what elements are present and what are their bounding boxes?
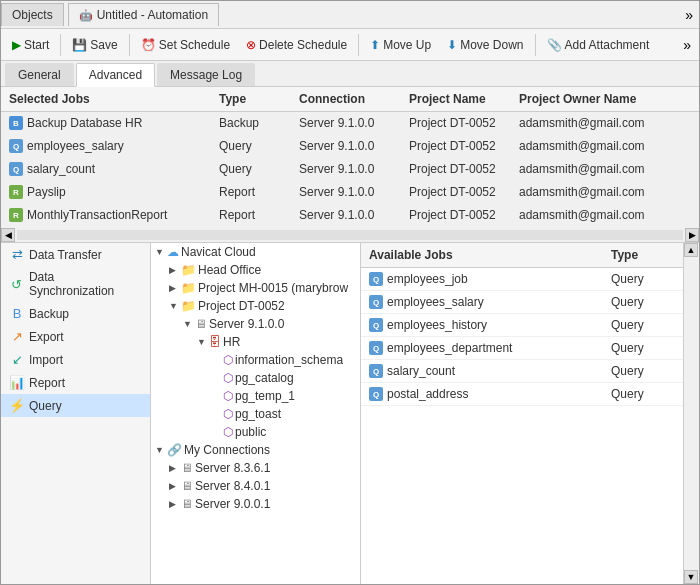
expand-icon: ▶ <box>169 499 179 509</box>
scroll-up-btn[interactable]: ▲ <box>684 243 698 257</box>
tree-item-information_sch[interactable]: ⬡ information_schema <box>151 351 360 369</box>
tree-item-pg_toast[interactable]: ⬡ pg_toast <box>151 405 360 423</box>
scroll-right-btn[interactable]: ▶ <box>685 228 699 242</box>
jobs-row-employees_job[interactable]: Q employees_job Query <box>361 268 683 291</box>
tree-item-navicat-cloud[interactable]: ▼ ☁ Navicat Cloud <box>151 243 360 261</box>
set-schedule-button[interactable]: ⏰ Set Schedule <box>134 34 237 56</box>
left-item-label: Query <box>29 399 62 413</box>
jobs-th-type: Type <box>603 246 683 264</box>
td-owner: adamsmith@gmail.com <box>511 206 699 224</box>
left-item-query[interactable]: ⚡ Query <box>1 394 150 417</box>
sep4 <box>535 34 536 56</box>
tree-item-hr[interactable]: ▼ 🗄 HR <box>151 333 360 351</box>
tree-item-server-9.1.0.0[interactable]: ▼ 🖥 Server 9.1.0.0 <box>151 315 360 333</box>
tree-item-pg_temp_1[interactable]: ⬡ pg_temp_1 <box>151 387 360 405</box>
schema-icon: ⬡ <box>223 371 233 385</box>
tree-item-project-mh-0015[interactable]: ▶ 📁 Project MH-0015 (marybrow <box>151 279 360 297</box>
tree-item-label: Project MH-0015 (marybrow <box>198 281 348 295</box>
scroll-track[interactable] <box>17 230 683 240</box>
tree-item-my-connections[interactable]: ▼ 🔗 My Connections <box>151 441 360 459</box>
tab-general[interactable]: General <box>5 63 74 86</box>
move-up-button[interactable]: ⬆ Move Up <box>363 34 438 56</box>
schedule-icon: ⏰ <box>141 38 156 52</box>
h-scrollbar[interactable]: ◀ ▶ <box>1 227 699 243</box>
td-connection: Server 9.1.0.0 <box>291 183 401 201</box>
left-item-data-transfer[interactable]: ⇄ Data Transfer <box>1 243 150 266</box>
tree-item-public[interactable]: ⬡ public <box>151 423 360 441</box>
jobs-row-employees_history[interactable]: Q employees_history Query <box>361 314 683 337</box>
left-item-report[interactable]: 📊 Report <box>1 371 150 394</box>
td-type: Report <box>211 183 291 201</box>
tree-item-server-8.4.0.1[interactable]: ▶ 🖥 Server 8.4.0.1 <box>151 477 360 495</box>
table-row[interactable]: Q employees_salary Query Server 9.1.0.0 … <box>1 135 699 158</box>
tree-item-label: Server 9.0.0.1 <box>195 497 270 511</box>
tab-overflow-btn[interactable]: » <box>679 5 699 25</box>
v-scrollbar[interactable]: ▲ ▼ <box>683 243 699 584</box>
td-connection: Server 9.1.0.0 <box>291 160 401 178</box>
jobs-row-employees_department[interactable]: Q employees_department Query <box>361 337 683 360</box>
tree-item-server-9.0.0.1[interactable]: ▶ 🖥 Server 9.0.0.1 <box>151 495 360 513</box>
table-row[interactable]: R MonthlyTransactionReport Report Server… <box>1 204 699 227</box>
save-label: Save <box>90 38 117 52</box>
schema-icon: ⬡ <box>223 425 233 439</box>
left-item-label: Backup <box>29 307 69 321</box>
jobs-td-type: Query <box>603 385 683 403</box>
job-name: salary_count <box>387 364 455 378</box>
schema-icon: ⬡ <box>223 389 233 403</box>
td-project: Project DT-0052 <box>401 137 511 155</box>
expand-icon: ▼ <box>197 337 207 347</box>
title-bar: Objects 🤖 Untitled - Automation » <box>1 1 699 29</box>
schema-icon: ⬡ <box>223 353 233 367</box>
job-name: employees_salary <box>27 139 124 153</box>
tree-item-project-dt-0052[interactable]: ▼ 📁 Project DT-0052 <box>151 297 360 315</box>
left-item-backup[interactable]: B Backup <box>1 302 150 325</box>
job-icon: R <box>9 208 23 222</box>
db-icon: 🗄 <box>209 335 221 349</box>
backup-icon: B <box>9 306 25 321</box>
start-label: Start <box>24 38 49 52</box>
jobs-td-type: Query <box>603 316 683 334</box>
server-icon: 🖥 <box>181 497 193 511</box>
table-row[interactable]: Q salary_count Query Server 9.1.0.0 Proj… <box>1 158 699 181</box>
jobs-header: Available Jobs Type <box>361 243 683 268</box>
automation-icon: 🤖 <box>79 9 93 22</box>
jobs-body: Q employees_job Query Q employees_salary… <box>361 268 683 406</box>
table-row[interactable]: R Payslip Report Server 9.1.0.0 Project … <box>1 181 699 204</box>
table-row[interactable]: B Backup Database HR Backup Server 9.1.0… <box>1 112 699 135</box>
automation-tab[interactable]: 🤖 Untitled - Automation <box>68 3 219 26</box>
transfer-icon: ⇄ <box>9 247 25 262</box>
expand-icon: ▶ <box>169 463 179 473</box>
import-icon: ↙ <box>9 352 25 367</box>
add-attachment-button[interactable]: 📎 Add Attachment <box>540 34 657 56</box>
jobs-row-postal_address[interactable]: Q postal_address Query <box>361 383 683 406</box>
td-owner: adamsmith@gmail.com <box>511 137 699 155</box>
save-button[interactable]: 💾 Save <box>65 34 124 56</box>
left-item-import[interactable]: ↙ Import <box>1 348 150 371</box>
table-header: Selected Jobs Type Connection Project Na… <box>1 87 699 112</box>
tab-advanced[interactable]: Advanced <box>76 63 155 87</box>
jobs-td-name: Q employees_department <box>361 339 603 357</box>
objects-tab[interactable]: Objects <box>1 3 64 26</box>
th-type: Type <box>211 90 291 108</box>
left-item-export[interactable]: ↗ Export <box>1 325 150 348</box>
toolbar-overflow[interactable]: » <box>679 37 695 53</box>
move-up-label: Move Up <box>383 38 431 52</box>
left-item-data-synchronization[interactable]: ↺ Data Synchronization <box>1 266 150 302</box>
delete-schedule-button[interactable]: ⊗ Delete Schedule <box>239 34 354 56</box>
scroll-left-btn[interactable]: ◀ <box>1 228 15 242</box>
expand-icon: ▼ <box>155 445 165 455</box>
td-project: Project DT-0052 <box>401 206 511 224</box>
job-type-icon: Q <box>369 341 383 355</box>
scroll-down-btn[interactable]: ▼ <box>684 570 698 584</box>
jobs-row-employees_salary[interactable]: Q employees_salary Query <box>361 291 683 314</box>
tree-item-server-8.3.6.1[interactable]: ▶ 🖥 Server 8.3.6.1 <box>151 459 360 477</box>
td-name: R Payslip <box>1 183 211 201</box>
tab-message-log[interactable]: Message Log <box>157 63 255 86</box>
jobs-row-salary_count[interactable]: Q salary_count Query <box>361 360 683 383</box>
save-icon: 💾 <box>72 38 87 52</box>
tree-item-head-office[interactable]: ▶ 📁 Head Office <box>151 261 360 279</box>
move-down-button[interactable]: ⬇ Move Down <box>440 34 530 56</box>
start-button[interactable]: ▶ Start <box>5 34 56 56</box>
sync-icon: ↺ <box>9 277 25 292</box>
tree-item-pg_catalog[interactable]: ⬡ pg_catalog <box>151 369 360 387</box>
